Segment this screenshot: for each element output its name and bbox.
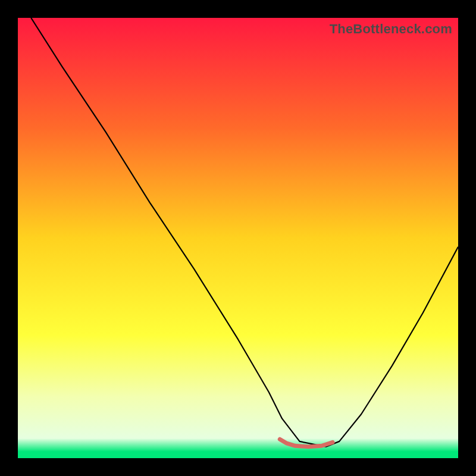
- gradient-rect: [18, 18, 458, 458]
- chart-svg: [18, 18, 458, 458]
- chart-frame: TheBottleneck.com: [18, 18, 458, 458]
- watermark-label: TheBottleneck.com: [330, 21, 452, 37]
